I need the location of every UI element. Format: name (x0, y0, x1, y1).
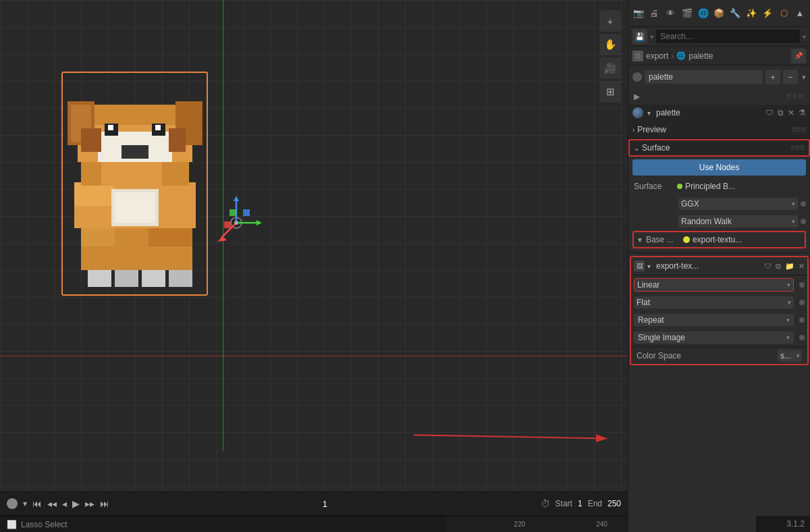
random-walk-dot (801, 219, 806, 224)
material-remove-button[interactable]: − (783, 70, 798, 84)
shield-icon[interactable]: 🛡 (765, 108, 774, 117)
base-collapse-icon[interactable]: ▼ (637, 236, 643, 244)
linear-dropdown[interactable]: Linear ▾ (634, 278, 794, 292)
transform-gizmo[interactable] (209, 196, 263, 250)
sidebar-output-icon[interactable]: 🖨 (647, 3, 662, 24)
flat-row: Flat ▾ (631, 294, 807, 311)
sidebar-modifier-icon[interactable]: 🔧 (728, 3, 742, 24)
breadcrumb-export[interactable]: export (646, 51, 668, 61)
ggx-dropdown-wrapper: GGX ▾ (678, 198, 798, 210)
sidebar-object-data-icon[interactable]: ▲ (792, 3, 807, 24)
single-image-label: Single Image (638, 333, 685, 342)
preview-chevron: › (632, 126, 634, 134)
base-dot-icon (683, 236, 690, 243)
svg-rect-6 (81, 226, 115, 246)
copy-icon[interactable]: ⧉ (778, 108, 784, 117)
play-button[interactable]: ▶ (72, 498, 80, 509)
next-keyframe-button[interactable]: ▸▸ (85, 498, 94, 509)
properties-panel[interactable]: + − ▾ ▶ ⠿⠿⠿ ▾ palette 🛡 ⧉ ✕ ⚗ (628, 65, 810, 532)
start-label: Start (556, 499, 572, 508)
sidebar-object-icon[interactable]: 📦 (712, 3, 727, 24)
preview-section: › Preview ⠿⠿⠿ (628, 121, 810, 139)
sidebar-material-icon[interactable]: ⬡ (776, 3, 791, 24)
ggx-dropdown[interactable]: GGX (678, 198, 798, 210)
sidebar-scene-icon[interactable]: 🎬 (680, 3, 695, 24)
hand-icon[interactable]: ✋ (599, 34, 621, 55)
texture-copy-icon[interactable]: ⧉ (776, 262, 781, 271)
search-input[interactable] (656, 30, 800, 43)
expand-triangle-icon[interactable]: ▶ (634, 92, 640, 101)
sidebar-render-icon[interactable]: 📷 (631, 3, 646, 24)
random-walk-row: Random Walk ▾ (632, 213, 806, 230)
preview-section-header[interactable]: › Preview ⠿⠿⠿ (628, 121, 810, 138)
single-image-dropdown[interactable]: Single Image ▾ (634, 331, 794, 344)
dog-model (61, 68, 209, 304)
version-label: 3.1.2 (786, 519, 805, 529)
viewport-canvas (0, 0, 628, 491)
close-icon-material[interactable]: ✕ (788, 108, 794, 117)
surface-section-body: Use Nodes Surface Principled B... GGX (628, 157, 810, 252)
ggx-row: GGX ▾ (632, 196, 806, 212)
record-button[interactable] (7, 498, 18, 509)
material-add-button[interactable]: + (765, 70, 780, 84)
sidebar-physics-icon[interactable]: ⚡ (760, 3, 775, 24)
material-color-circle (632, 72, 642, 82)
base-val[interactable]: export-textu... (693, 235, 802, 244)
flat-chevron: ▾ (788, 299, 791, 306)
texture-folder-icon[interactable]: 📁 (785, 262, 794, 271)
prop-toolbar: 💾 ▾ ▾ (628, 27, 810, 47)
end-val[interactable]: 250 (608, 499, 621, 508)
material-name-row: + − ▾ (628, 65, 810, 88)
globe-icon-wrap (632, 107, 643, 118)
sidebar-world-icon[interactable]: 🌐 (696, 3, 711, 24)
svg-rect-21 (108, 125, 113, 130)
prev-keyframe-button[interactable]: ◂◂ (47, 498, 57, 509)
flat-dropdown[interactable]: Flat ▾ (634, 296, 794, 309)
sidebar-view-icon[interactable]: 👁 (664, 3, 678, 24)
material-chevron-down[interactable]: ▾ (802, 73, 806, 82)
texture-name[interactable]: export-tex... (656, 261, 761, 271)
skip-start-button[interactable]: ⏮ (32, 498, 42, 509)
repeat-row: Repeat ▾ (631, 311, 807, 329)
breadcrumb-palette[interactable]: palette (688, 51, 713, 61)
start-val[interactable]: 1 (578, 499, 583, 508)
filter-chevron[interactable]: ▾ (803, 33, 806, 41)
material-slot-name[interactable]: palette (656, 108, 763, 117)
repeat-chevron: ▾ (786, 317, 790, 323)
mode-icon: ⬜ (7, 520, 17, 529)
current-frame[interactable]: 1 (318, 499, 331, 509)
single-dot (799, 335, 805, 340)
play-reverse-button[interactable]: ◂ (62, 498, 67, 509)
status-bar: ⬜ Lasso Select (0, 516, 446, 532)
right-sidebar: 📷 🖨 👁 🎬 🌐 📦 🔧 ✨ ⚡ ⬡ ▲ 💾 ▾ ▾ □ exp (628, 0, 810, 532)
flat-label: Flat (637, 298, 650, 307)
save-icon-btn[interactable]: 💾 (632, 29, 647, 44)
use-nodes-button[interactable]: Use Nodes (632, 159, 806, 176)
camera-icon[interactable]: 🎥 (599, 57, 621, 79)
surface-section-header[interactable]: ⌄ Surface ⠿⠿⠿ (628, 139, 810, 157)
dropdown-chevron[interactable]: ▾ (23, 499, 27, 508)
status-label: Lasso Select (21, 520, 68, 529)
zoom-icon[interactable]: + (599, 10, 621, 32)
svg-rect-22 (155, 125, 161, 130)
ggx-dot (801, 201, 806, 207)
skip-end-button[interactable]: ⏭ (100, 498, 109, 509)
viewport-area[interactable]: + ✋ 🎥 ⊞ ▾ ⏮ ◂◂ ◂ ▶ ▸▸ (0, 0, 628, 532)
texture-close-icon[interactable]: ✕ (799, 262, 805, 271)
texture-shield-icon[interactable]: 🛡 (764, 262, 772, 270)
repeat-dropdown[interactable]: Repeat ▾ (634, 314, 794, 326)
globe-dropdown[interactable]: ▾ (647, 109, 651, 117)
flat-dot (799, 300, 805, 305)
texture-dropdown-arrow[interactable]: ▾ (647, 263, 651, 270)
funnel-icon[interactable]: ⚗ (799, 108, 806, 117)
svg-rect-18 (122, 145, 148, 159)
pin-icon-btn[interactable]: 📌 (791, 49, 806, 63)
sidebar-particles-icon[interactable]: ✨ (744, 3, 759, 24)
grid-icon[interactable]: ⊞ (599, 81, 621, 103)
random-walk-dropdown[interactable]: Random Walk (678, 215, 798, 228)
surface-prop-val[interactable]: Principled B... (685, 182, 735, 191)
linear-row: Linear ▾ (631, 275, 807, 294)
svg-rect-27 (169, 128, 186, 152)
version-info: 3.1.2 (756, 516, 810, 532)
material-name-input[interactable] (645, 70, 763, 84)
